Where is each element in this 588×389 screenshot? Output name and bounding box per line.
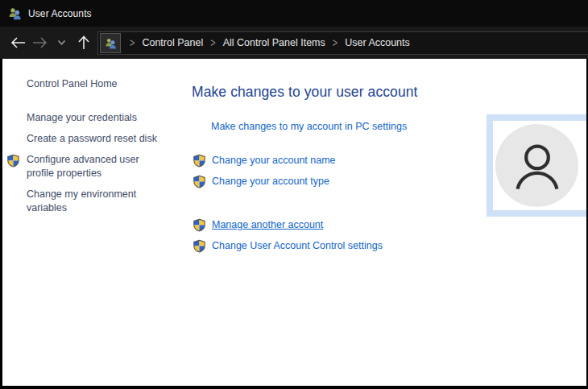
change-account-name-link[interactable]: Change your account name	[212, 155, 336, 166]
sidebar-item-label: Manage your credentials	[27, 112, 137, 123]
title-bar: User Accounts	[0, 0, 588, 27]
sidebar-item-environment-variables[interactable]: Change my environment variables	[27, 188, 162, 215]
users-icon	[105, 37, 117, 49]
uac-shield-icon	[6, 154, 20, 168]
breadcrumb-all-items[interactable]: All Control Panel Items	[223, 37, 325, 48]
page-title: Make changes to your user account	[192, 84, 586, 101]
sidebar-item-control-panel-home[interactable]: Control Panel Home	[27, 78, 192, 89]
breadcrumb-separator: >	[203, 37, 222, 49]
breadcrumb-separator: >	[325, 37, 345, 49]
breadcrumb-user-accounts[interactable]: User Accounts	[345, 37, 410, 48]
sidebar-item-password-reset-disk[interactable]: Create a password reset disk	[27, 132, 162, 146]
task-row-manage-another-account[interactable]: Manage another account	[193, 214, 586, 235]
change-uac-settings-link[interactable]: Change User Account Control settings	[212, 240, 383, 251]
sidebar: Control Panel Home Manage your credentia…	[2, 59, 192, 386]
chevron-down-icon	[57, 39, 66, 46]
forward-button[interactable]	[29, 31, 51, 54]
change-account-type-link[interactable]: Change your account type	[212, 176, 329, 187]
address-bar[interactable]: > Control Panel > All Control Panel Item…	[97, 31, 588, 55]
user-avatar[interactable]	[487, 114, 586, 217]
uac-shield-icon	[193, 175, 206, 188]
content-area: Control Panel Home Manage your credentia…	[2, 59, 586, 386]
sidebar-item-label: Create a password reset disk	[27, 133, 157, 144]
arrow-right-icon	[32, 37, 48, 48]
arrow-left-icon	[10, 37, 26, 48]
up-button[interactable]	[72, 31, 94, 54]
sidebar-item-label: Configure advanced user profile properti…	[27, 154, 139, 179]
sidebar-item-advanced-profile[interactable]: Configure advanced user profile properti…	[27, 153, 162, 180]
avatar-background	[493, 121, 586, 210]
breadcrumb-control-panel[interactable]: Control Panel	[142, 37, 203, 48]
pc-settings-link[interactable]: Make changes to my account in PC setting…	[211, 121, 407, 132]
uac-shield-icon	[193, 154, 206, 168]
navigation-bar: > Control Panel > All Control Panel Item…	[0, 27, 588, 59]
window-title: User Accounts	[28, 8, 92, 19]
avatar-circle	[495, 124, 578, 207]
main-panel: Make changes to your user account Make c…	[192, 59, 586, 386]
user-accounts-window: User Accounts > C	[0, 0, 588, 389]
person-icon	[510, 139, 565, 193]
manage-another-account-link[interactable]: Manage another account	[212, 219, 323, 230]
sidebar-item-manage-credentials[interactable]: Manage your credentials	[27, 111, 162, 125]
sidebar-item-label: Change my environment variables	[27, 188, 136, 213]
task-row-change-uac-settings[interactable]: Change User Account Control settings	[193, 235, 586, 256]
arrow-up-icon	[78, 35, 89, 50]
uac-shield-icon	[193, 218, 206, 232]
breadcrumb-separator: >	[122, 37, 142, 49]
recent-pages-button[interactable]	[51, 31, 72, 54]
uac-shield-icon	[193, 239, 206, 253]
task-link-group: Manage another account Change User Accou…	[193, 214, 586, 256]
back-button[interactable]	[7, 31, 29, 54]
users-icon	[8, 6, 22, 20]
address-icon-button[interactable]	[100, 33, 121, 53]
